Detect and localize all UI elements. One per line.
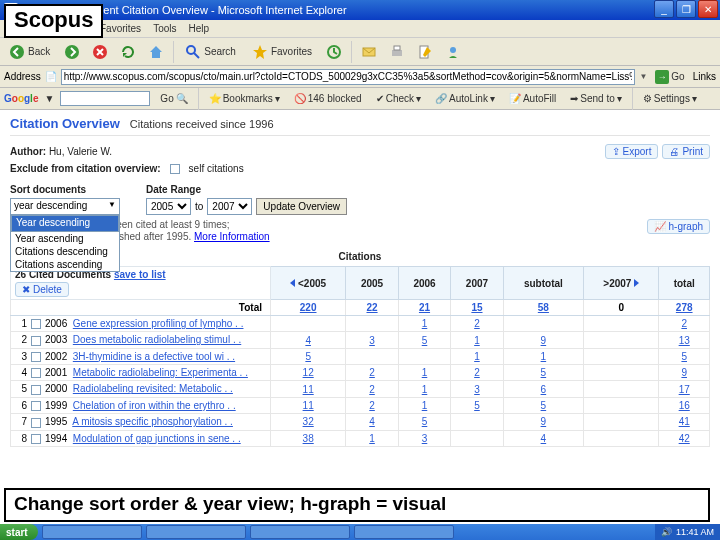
cell-post <box>584 365 659 381</box>
task-item[interactable] <box>250 525 350 539</box>
document-cell: 22003 Does metabolic radiolabeling stimu… <box>11 332 271 348</box>
total-pre[interactable]: 220 <box>300 302 317 313</box>
total-2006[interactable]: 21 <box>419 302 430 313</box>
search-button[interactable]: Search <box>180 41 241 63</box>
row-checkbox[interactable] <box>31 418 41 428</box>
go-button[interactable]: →Go <box>651 68 688 86</box>
settings-button[interactable]: ⚙ Settings ▾ <box>639 92 701 105</box>
sort-option[interactable]: Year ascending <box>11 232 119 245</box>
stop-button[interactable] <box>89 41 111 63</box>
cell-2006: 1 <box>398 316 450 332</box>
page-title: Citation Overview <box>10 116 120 131</box>
autolink-button[interactable]: 🔗 AutoLink ▾ <box>431 92 499 105</box>
bookmarks-button[interactable]: ⭐ Bookmarks ▾ <box>205 92 284 105</box>
refresh-button[interactable] <box>117 41 139 63</box>
print-button[interactable] <box>386 41 408 63</box>
cell-post <box>584 397 659 413</box>
col-post-header[interactable]: >2007 <box>584 267 659 300</box>
self-citations-checkbox[interactable] <box>170 164 180 174</box>
row-checkbox[interactable] <box>31 319 41 329</box>
menu-help[interactable]: Help <box>188 23 209 34</box>
table-row: 52000 Radiolabeling revisited: Metabolic… <box>11 381 710 397</box>
google-search-input[interactable] <box>60 91 150 106</box>
row-checkbox[interactable] <box>31 368 41 378</box>
delete-button[interactable]: ✖ Delete <box>15 282 69 297</box>
h-graph-button[interactable]: 📈h-graph <box>647 219 710 234</box>
menu-favorites[interactable]: Favorites <box>100 23 141 34</box>
close-button[interactable]: ✕ <box>698 0 718 18</box>
year-from-select[interactable]: 2005 <box>146 198 191 215</box>
page-content: Citation Overview Citations received sin… <box>0 110 720 508</box>
mail-button[interactable] <box>358 41 380 63</box>
messenger-button[interactable] <box>442 41 464 63</box>
total-post: 0 <box>584 300 659 316</box>
year-to-select[interactable]: 2007 <box>207 198 252 215</box>
col-pre-header[interactable]: <2005 <box>271 267 346 300</box>
task-item[interactable] <box>42 525 142 539</box>
cell-post <box>584 414 659 430</box>
more-info-link[interactable]: More Information <box>194 231 270 242</box>
to-label: to <box>195 201 203 212</box>
total-2007[interactable]: 15 <box>471 302 482 313</box>
total-2005[interactable]: 22 <box>366 302 377 313</box>
row-checkbox[interactable] <box>31 352 41 362</box>
minimize-button[interactable]: _ <box>654 0 674 18</box>
document-title-link[interactable]: Does metabolic radiolabeling stimul . . <box>73 334 241 345</box>
start-button[interactable]: start <box>0 524 38 540</box>
document-title-link[interactable]: Metabolic radiolabeling: Experimenta . . <box>73 367 248 378</box>
document-title-link[interactable]: Chelation of iron within the erythro . . <box>73 400 236 411</box>
cell-subtotal: 5 <box>503 365 583 381</box>
google-go-button[interactable]: Go 🔍 <box>156 92 191 105</box>
document-title-link[interactable]: A mitosis specific phosphorylation . . <box>72 416 233 427</box>
sort-option[interactable]: Citations descending <box>11 245 119 258</box>
task-item[interactable] <box>354 525 454 539</box>
svg-point-1 <box>65 45 79 59</box>
total-all[interactable]: 278 <box>676 302 693 313</box>
svg-point-0 <box>10 45 24 59</box>
scopus-print-button[interactable]: 🖨Print <box>662 144 710 159</box>
export-icon: ⇪ <box>612 146 620 157</box>
export-button[interactable]: ⇪Export <box>605 144 659 159</box>
cell-2007: 5 <box>451 397 503 413</box>
total-label: Total <box>11 300 271 316</box>
home-button[interactable] <box>145 41 167 63</box>
popup-blocked-button[interactable]: 🚫 146 blocked <box>290 92 366 105</box>
favorites-button[interactable]: Favorites <box>247 41 317 63</box>
table-row: 42001 Metabolic radiolabeling: Experimen… <box>11 365 710 381</box>
forward-button[interactable] <box>61 41 83 63</box>
document-title-link[interactable]: Radiolabeling revisited: Metabolic . . <box>73 383 233 394</box>
address-input[interactable] <box>61 69 636 85</box>
document-title-link[interactable]: 3H-thymidine is a defective tool wi . . <box>73 351 235 362</box>
sort-option[interactable]: Citations ascending <box>11 258 119 271</box>
sort-select[interactable]: year descending▼ Year descendingYear asc… <box>10 198 120 215</box>
links-label[interactable]: Links <box>693 71 716 82</box>
save-to-list-link[interactable]: save to list <box>114 269 166 280</box>
row-checkbox[interactable] <box>31 336 41 346</box>
sendto-button[interactable]: ➡ Send to ▾ <box>566 92 625 105</box>
spellcheck-button[interactable]: ✔ Check ▾ <box>372 92 425 105</box>
cell-total: 17 <box>659 381 710 397</box>
document-title-link[interactable]: Modulation of gap junctions in sene . . <box>73 433 241 444</box>
system-tray[interactable]: 🔊11:41 AM <box>655 524 720 540</box>
author-label: Author: <box>10 146 46 157</box>
sort-option[interactable]: Year descending <box>11 215 119 232</box>
menu-tools[interactable]: Tools <box>153 23 176 34</box>
row-checkbox[interactable] <box>31 385 41 395</box>
back-button[interactable]: Back <box>4 41 55 63</box>
document-title-link[interactable]: Gene expression profiling of lympho . . <box>73 318 244 329</box>
update-overview-button[interactable]: Update Overview <box>256 198 347 215</box>
history-button[interactable] <box>323 41 345 63</box>
row-checkbox[interactable] <box>31 401 41 411</box>
task-item[interactable] <box>146 525 246 539</box>
row-checkbox[interactable] <box>31 434 41 444</box>
address-dropdown-icon[interactable]: ▼ <box>639 72 647 81</box>
table-row: 61999 Chelation of iron within the eryth… <box>11 397 710 413</box>
maximize-button[interactable]: ❐ <box>676 0 696 18</box>
edit-button[interactable] <box>414 41 436 63</box>
cell-total: 13 <box>659 332 710 348</box>
autofill-button[interactable]: 📝 AutoFill <box>505 92 560 105</box>
sort-options-list[interactable]: Year descendingYear ascendingCitations d… <box>10 214 120 272</box>
page-subtitle: Citations received since 1996 <box>130 118 274 130</box>
svg-point-3 <box>187 46 195 54</box>
total-subtotal[interactable]: 58 <box>538 302 549 313</box>
